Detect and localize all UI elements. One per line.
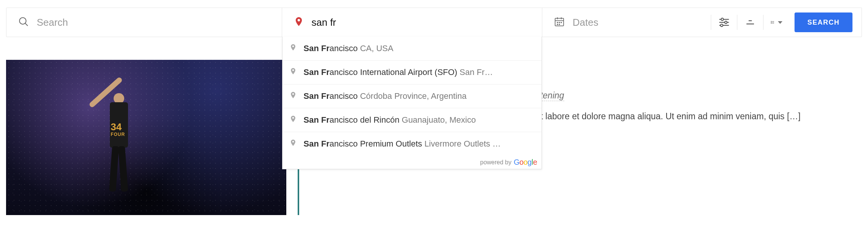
location-input[interactable] — [312, 17, 531, 28]
svg-point-8 — [561, 22, 562, 23]
result-time: All Day — [489, 71, 862, 84]
search-icon — [18, 16, 29, 29]
keyword-input[interactable] — [37, 17, 270, 28]
location-autocomplete: San Francisco CA, USA San Francisco Inte… — [282, 37, 542, 169]
map-pin-icon — [289, 67, 297, 77]
autocomplete-item[interactable]: San Francisco del Rincón Guanajuato, Mex… — [283, 108, 542, 132]
search-submit-button[interactable]: SEARCH — [795, 12, 852, 32]
toolbar: SEARCH — [707, 8, 862, 37]
result-image[interactable]: 34FOUR — [6, 60, 286, 215]
svg-point-19 — [771, 21, 771, 22]
map-pin-icon — [289, 139, 297, 149]
layout-toggle-button[interactable] — [737, 13, 763, 32]
dates-section[interactable] — [542, 8, 707, 37]
svg-point-0 — [19, 17, 26, 24]
sort-button[interactable] — [763, 13, 789, 32]
autocomplete-item[interactable]: San Francisco Córdoba Province, Argentin… — [283, 84, 542, 108]
map-pin-icon — [289, 44, 297, 53]
svg-point-12 — [721, 18, 723, 20]
google-logo: Google — [514, 158, 537, 167]
svg-point-6 — [557, 22, 558, 23]
keyword-section — [6, 8, 282, 37]
svg-point-14 — [725, 21, 727, 23]
chevron-down-icon — [778, 21, 782, 24]
map-pin-icon — [289, 115, 297, 125]
result-category: Easy Listening — [489, 89, 862, 102]
map-pin-icon — [293, 16, 304, 28]
location-section: San Francisco CA, USA San Francisco Inte… — [282, 8, 543, 37]
svg-point-21 — [771, 22, 771, 22]
map-pin-icon — [289, 91, 297, 101]
svg-point-10 — [559, 24, 560, 25]
autocomplete-attribution: powered by Google — [283, 156, 542, 169]
dates-input[interactable] — [573, 17, 696, 28]
svg-point-9 — [557, 24, 558, 25]
svg-point-7 — [559, 22, 560, 23]
autocomplete-item[interactable]: San Francisco Premium Outlets Livermore … — [283, 132, 542, 156]
calendar-icon — [554, 16, 565, 29]
svg-point-16 — [721, 24, 723, 27]
autocomplete-item[interactable]: San Francisco CA, USA — [283, 37, 542, 61]
svg-line-1 — [25, 23, 28, 26]
search-bar: San Francisco CA, USA San Francisco Inte… — [6, 8, 862, 37]
svg-point-23 — [771, 23, 771, 23]
filters-button[interactable] — [711, 13, 737, 32]
autocomplete-item[interactable]: San Francisco International Airport (SFO… — [283, 61, 542, 84]
